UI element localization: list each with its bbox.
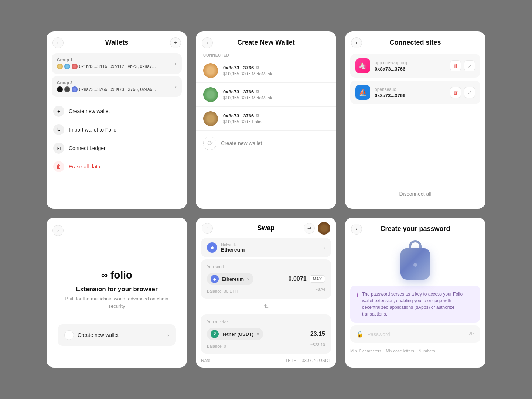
network-name: Ethereum	[221, 247, 245, 253]
swap-network-section[interactable]: ◆ Network Ethereum ›	[201, 238, 331, 257]
hint-numbers: Numbers	[419, 349, 435, 353]
create-spinner-icon: ⟳	[203, 137, 216, 150]
from-balance: Balance: 30 ETH	[207, 289, 238, 293]
wallets-card: ‹ Wallets + Group 1 0x1h43...3416, 0xb41…	[47, 31, 187, 209]
you-receive-section: You receive ₮ Tether (USDT) ∨ 23.15 Bala…	[201, 314, 331, 354]
import-wallet-label: Import wallet to Folio	[69, 127, 116, 133]
wallets-header: ‹ Wallets +	[47, 31, 187, 51]
create-wallet-title: Create New Wallet	[237, 39, 294, 47]
folio-card-content: ∞ folio Extension for your browser Built…	[47, 218, 187, 355]
group1-address-text: 0x1h43...3416, 0xb412...vb23, 0x8a7...	[79, 64, 156, 69]
group1-avatar2	[64, 64, 70, 69]
network-chevron: ›	[323, 245, 325, 250]
swap-title: Swap	[257, 224, 274, 232]
group2-avatar1	[57, 86, 63, 92]
create-wallet-action[interactable]: + Create new wallet	[52, 102, 182, 120]
import-wallet-icon: ↳	[53, 124, 64, 135]
swap-back-btn[interactable]: ‹	[202, 223, 213, 234]
connect-ledger-icon: ⊡	[53, 143, 64, 154]
connect-ledger-label: Connect Ledger	[69, 145, 106, 151]
password-title: Create your password	[380, 225, 450, 233]
password-back-btn[interactable]: ‹	[351, 224, 362, 235]
wallets-title: Wallets	[105, 39, 128, 47]
password-input-row: 🔒 Password 👁	[350, 325, 480, 343]
wallets-back-button[interactable]: ‹	[52, 37, 64, 48]
create-wallet-label: Create new wallet	[69, 108, 110, 114]
create-new-wallet-btn[interactable]: ⟳ Create new wallet	[196, 131, 336, 156]
password-header: ‹ Create your password	[345, 218, 485, 237]
you-send-section: You send ◆ Ethereum ∨ 0.0071 MAX Balance…	[201, 259, 331, 299]
wallet-group-1[interactable]: Group 1 0x1h43...3416, 0xb412...vb23, 0x…	[52, 53, 182, 74]
wallet2-address: 0x8a73...3766 ⧉	[223, 89, 329, 95]
group1-avatar3	[72, 64, 78, 69]
from-token-chevron: ∨	[247, 277, 250, 282]
opensea-actions: 🗑 ↗	[450, 87, 475, 98]
password-toggle-visibility-icon[interactable]: 👁	[468, 331, 474, 338]
erase-data-icon: 🗑	[53, 161, 64, 172]
swap-header-actions: ⇌	[304, 222, 330, 235]
create-wallet-back-button[interactable]: ‹	[202, 37, 213, 48]
folio-create-plus-icon: +	[64, 330, 74, 340]
uniswap-site-name: app.uniswap.org	[375, 60, 446, 65]
opensea-site-address: 0x8a73...3766	[375, 93, 446, 98]
connected-label: CONNECTED	[196, 51, 336, 59]
connect-ledger-action[interactable]: ⊡ Connect Ledger	[52, 139, 182, 157]
group2-address-text: 0x8a73...3766, 0x8a73...3766, 0x4a6...	[79, 87, 156, 92]
swap-settings-btn[interactable]: ⇌	[304, 223, 315, 234]
connected-wallet-3[interactable]: 0x8a73...3766 ⧉ $10,355.320 • Folio	[196, 107, 336, 131]
password-hints: Min. 6 characters Mix case letters Numbe…	[345, 346, 485, 359]
to-amount: 23.15	[310, 331, 325, 337]
to-token-selector[interactable]: ₮ Tether (USDT) ∨	[207, 328, 263, 340]
group1-label: Group 1	[57, 58, 175, 62]
folio-back-btn[interactable]: ‹	[52, 225, 64, 236]
site-opensea: ⛵ opensea.io 0x8a73...3766 🗑 ↗	[350, 81, 480, 104]
to-token-chevron: ∨	[256, 332, 259, 337]
lock-keyhole	[413, 263, 417, 267]
disconnect-all-btn[interactable]: Disconnect all	[345, 185, 485, 203]
swap-max-btn[interactable]: MAX	[310, 275, 325, 283]
create-new-label: Create new wallet	[221, 140, 262, 146]
swap-user-avatar	[318, 222, 330, 235]
uniswap-open-btn[interactable]: ↗	[464, 60, 475, 71]
wallet2-copy-icon[interactable]: ⧉	[256, 89, 259, 94]
swap-rate-row: Rate 1ETH = 3307.76 USDT	[196, 356, 336, 368]
group1-chevron: ›	[175, 61, 177, 66]
connected-wallet-2[interactable]: 0x8a73...3766 ⧉ $10,355.320 • MetaMask	[196, 83, 336, 107]
create-wallet-icon: +	[53, 106, 64, 117]
you-receive-label: You receive	[207, 320, 325, 324]
hint-min-chars: Min. 6 characters	[350, 349, 381, 353]
import-wallet-action[interactable]: ↳ Import wallet to Folio	[52, 120, 182, 139]
network-label: Network	[221, 242, 245, 247]
from-amount: 0.0071	[289, 276, 307, 282]
wallet3-avatar	[203, 111, 218, 126]
folio-chain-icon: ∞	[101, 270, 108, 280]
connected-wallet-1[interactable]: 0x8a73...3766 ⧉ $10,355.320 • MetaMask	[196, 59, 336, 83]
wallet2-meta: $10,355.320 • MetaMask	[223, 95, 329, 100]
lock-body	[400, 248, 430, 280]
uniswap-disconnect-btn[interactable]: 🗑	[450, 60, 461, 71]
wallet3-copy-icon[interactable]: ⧉	[256, 113, 259, 118]
folio-intro-card: ‹ ∞ folio Extension for your browser Bui…	[47, 218, 187, 368]
wallet1-address: 0x8a73...3766 ⧉	[223, 65, 329, 71]
connected-sites-back-btn[interactable]: ‹	[351, 37, 362, 48]
ethereum-icon: ◆	[207, 242, 217, 253]
wallet-group-2[interactable]: Group 2 0x8a73...3766, 0x8a73...3766, 0x…	[52, 76, 182, 97]
group2-avatar3	[72, 86, 78, 92]
opensea-disconnect-btn[interactable]: 🗑	[450, 87, 461, 98]
erase-data-action[interactable]: 🗑 Erase all data	[52, 157, 182, 176]
to-usd: ~$23.10	[310, 342, 325, 348]
swap-rate-label: Rate	[201, 358, 210, 363]
connected-sites-card: ‹ Connected sites 🦄 app.uniswap.org 0x8a…	[345, 31, 485, 209]
from-token-selector[interactable]: ◆ Ethereum ∨	[207, 273, 253, 285]
group2-addresses: 0x8a73...3766, 0x8a73...3766, 0x4a6...	[57, 86, 175, 92]
group1-avatar1	[57, 64, 63, 69]
folio-logo: ∞ folio	[101, 269, 132, 281]
opensea-open-btn[interactable]: ↗	[464, 87, 475, 98]
folio-create-btn[interactable]: + Create new wallet ›	[58, 324, 176, 346]
group2-label: Group 2	[57, 81, 175, 85]
password-lock-icon: 🔒	[356, 331, 364, 338]
wallets-add-button[interactable]: +	[170, 37, 181, 48]
wallet1-copy-icon[interactable]: ⧉	[256, 65, 259, 70]
from-token-name: Ethereum	[222, 276, 244, 282]
password-field[interactable]: Password	[367, 331, 390, 337]
